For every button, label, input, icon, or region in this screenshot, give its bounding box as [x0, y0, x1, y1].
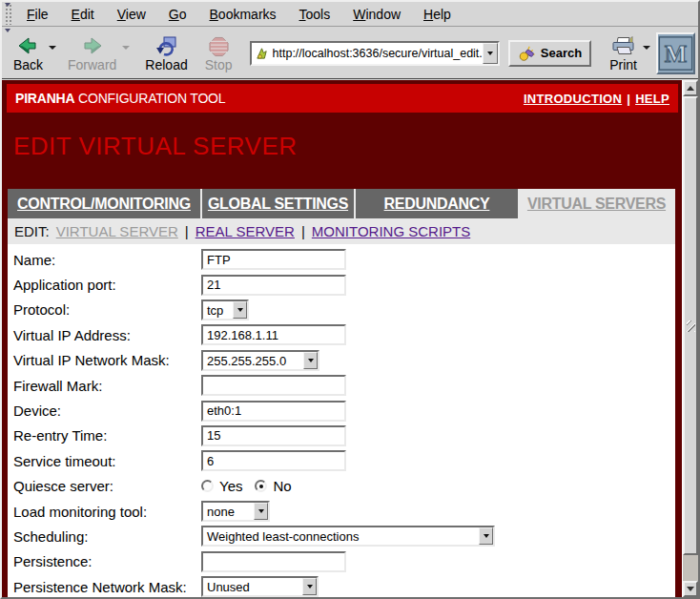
menu-window[interactable]: Window: [341, 7, 412, 22]
vip-netmask-value: 255.255.255.0: [203, 352, 303, 369]
quiesce-server-label: Quiesce server:: [13, 478, 201, 494]
app-title: PIRANHA CONFIGURATION TOOL: [15, 91, 225, 106]
form-row-firewall-mark: Firewall Mark:: [8, 373, 675, 398]
form-row-application-port: Application port:: [8, 272, 675, 297]
chevron-down-icon[interactable]: [233, 301, 247, 319]
stop-label: Stop: [205, 57, 233, 72]
protocol-select[interactable]: tcp: [201, 300, 249, 320]
persistence-netmask-select[interactable]: Unused: [201, 576, 319, 597]
reload-icon: [154, 34, 179, 57]
tab-redundancy[interactable]: REDUNDANCY: [354, 189, 518, 218]
service-timeout-input[interactable]: [201, 450, 346, 471]
firewall-mark-input[interactable]: [201, 375, 346, 396]
menubar-grip-handle[interactable]: [4, 3, 12, 25]
menu-help[interactable]: Help: [412, 7, 463, 22]
subnav-virtual-server-link[interactable]: VIRTUAL SERVER: [56, 223, 178, 239]
chevron-down-icon[interactable]: [303, 352, 318, 369]
stop-icon: [209, 34, 229, 57]
url-dropdown-button[interactable]: [483, 43, 498, 64]
edit-subnav: EDIT: VIRTUAL SERVER | REAL SERVER | MON…: [8, 218, 675, 244]
back-dropdown-arrow[interactable]: [49, 46, 56, 50]
page-content: PIRANHA CONFIGURATION TOOL INTRODUCTION …: [2, 80, 682, 597]
forward-button[interactable]: Forward: [62, 32, 122, 73]
vip-netmask-select[interactable]: 255.255.255.0: [201, 350, 319, 371]
subnav-separator: |: [301, 223, 305, 239]
url-bar[interactable]: http://localhost:3636/secure/virtual_edi…: [250, 41, 500, 66]
application-port-input[interactable]: [201, 275, 346, 296]
svg-text:M: M: [665, 41, 688, 67]
vertical-scrollbar[interactable]: [682, 80, 698, 597]
tab-control-monitoring[interactable]: CONTROL/MONITORING: [8, 189, 200, 218]
reload-button[interactable]: Reload: [139, 32, 193, 73]
tab-virtual-servers[interactable]: VIRTUAL SERVERS: [518, 189, 675, 218]
stop-button[interactable]: Stop: [199, 32, 238, 73]
form-row-persistence-netmask: Persistence Network Mask: Unused: [8, 574, 675, 597]
header-links: INTRODUCTION | HELP: [524, 92, 669, 106]
scheduling-select[interactable]: Weighted least-connections: [201, 526, 495, 547]
toolbar-grip-handle[interactable]: [4, 29, 5, 77]
form-row-protocol: Protocol: tcp: [8, 298, 675, 322]
menu-edit[interactable]: Edit: [60, 7, 106, 22]
header-link-separator: |: [627, 92, 630, 106]
help-link[interactable]: HELP: [635, 92, 669, 106]
chevron-down-icon[interactable]: [254, 503, 268, 520]
print-button[interactable]: Print: [604, 32, 643, 73]
scrollbar-grip-icon: [687, 320, 695, 332]
subnav-monitoring-scripts-link[interactable]: MONITORING SCRIPTS: [312, 223, 470, 239]
persistence-netmask-label: Persistence Network Mask:: [13, 579, 201, 595]
load-monitoring-select[interactable]: none: [201, 501, 270, 522]
form-row-device: Device:: [8, 398, 675, 423]
chevron-down-icon[interactable]: [479, 527, 493, 545]
quiesce-no-radio[interactable]: [255, 480, 267, 492]
forward-dropdown-arrow[interactable]: [122, 46, 130, 50]
virtual-ip-input[interactable]: [201, 324, 346, 345]
subnav-separator: |: [185, 223, 189, 239]
reentry-time-input[interactable]: [201, 425, 346, 446]
protocol-value: tcp: [203, 301, 233, 319]
application-port-label: Application port:: [13, 277, 201, 293]
app-header-bar: PIRANHA CONFIGURATION TOOL INTRODUCTION …: [7, 84, 678, 113]
reentry-time-label: Re-entry Time:: [13, 427, 201, 444]
service-timeout-label: Service timeout:: [13, 453, 201, 469]
mozilla-logo[interactable]: M: [656, 32, 695, 74]
form-row-quiesce-server: Quiesce server: Yes No: [8, 474, 675, 499]
scroll-down-button[interactable]: [683, 581, 698, 597]
tab-global-settings[interactable]: GLOBAL SETTINGS: [200, 189, 354, 218]
chevron-down-icon[interactable]: [302, 578, 317, 595]
url-input[interactable]: http://localhost:3636/secure/virtual_edi…: [273, 47, 483, 60]
print-dropdown-arrow[interactable]: [643, 46, 650, 50]
form-row-service-timeout: Service timeout:: [8, 448, 675, 473]
introduction-link[interactable]: INTRODUCTION: [524, 92, 622, 106]
menu-file[interactable]: File: [15, 7, 60, 22]
form-row-name: Name:: [8, 247, 675, 272]
triangle-up-icon: [687, 86, 694, 91]
search-icon: [518, 45, 536, 62]
quiesce-radio-group: Yes No: [201, 478, 304, 494]
firewall-mark-label: Firewall Mark:: [13, 378, 201, 394]
print-label: Print: [609, 57, 637, 72]
protocol-label: Protocol:: [13, 301, 201, 318]
persistence-input[interactable]: [201, 551, 346, 572]
main-tabs: CONTROL/MONITORING GLOBAL SETTINGS REDUN…: [8, 189, 675, 218]
quiesce-yes-radio[interactable]: [201, 480, 214, 492]
subnav-real-server-link[interactable]: REAL SERVER: [196, 223, 295, 239]
menu-go[interactable]: Go: [157, 7, 198, 22]
vip-netmask-label: Virtual IP Network Mask:: [13, 352, 201, 368]
name-label: Name:: [13, 252, 201, 268]
search-label: Search: [541, 46, 582, 60]
search-button[interactable]: Search: [508, 40, 591, 67]
scrollbar-thumb[interactable]: [683, 96, 698, 555]
device-input[interactable]: [201, 401, 346, 422]
back-button[interactable]: Back: [8, 32, 49, 73]
page-proxy-icon[interactable]: [255, 46, 269, 60]
menu-tools[interactable]: Tools: [288, 7, 342, 22]
name-input[interactable]: [201, 249, 346, 270]
form-row-reentry-time: Re-entry Time:: [8, 423, 675, 448]
scheduling-value: Weighted least-connections: [203, 527, 479, 545]
menu-bookmarks[interactable]: Bookmarks: [198, 7, 288, 22]
menu-view[interactable]: View: [106, 7, 157, 22]
virtual-server-form: Name: Application port: Protocol: tcp Vi…: [8, 244, 675, 597]
navigation-toolbar: Back Forward Reload: [2, 28, 698, 79]
back-icon: [16, 34, 39, 57]
scroll-up-button[interactable]: [683, 80, 698, 96]
